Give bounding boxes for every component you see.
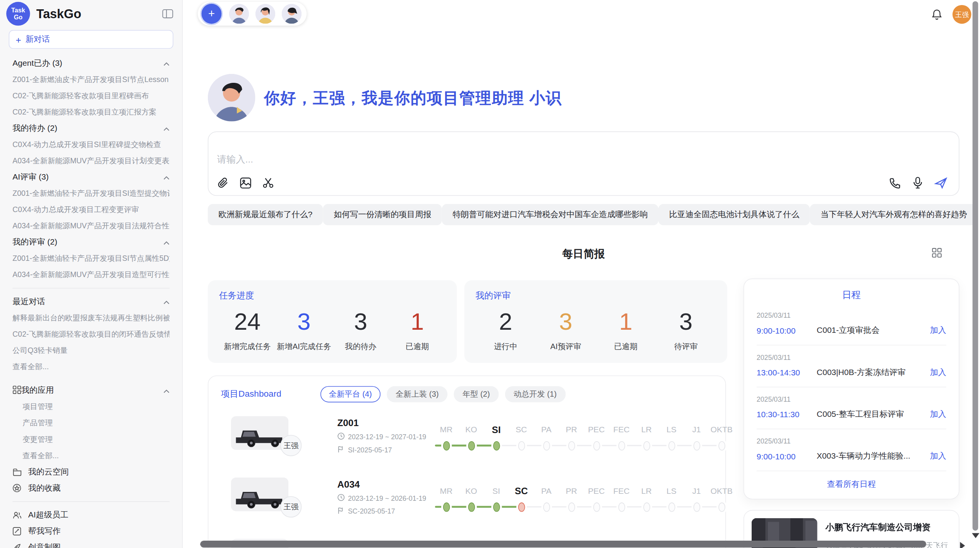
sidebar-item-help-me-write[interactable]: 帮我写作 [12, 523, 170, 539]
view-all-schedule-link[interactable]: 查看所有日程 [744, 471, 959, 499]
milestone-label: SI [484, 424, 509, 436]
agent-avatar-1[interactable] [229, 4, 249, 24]
recent-chat-item[interactable]: 查看全部... [12, 358, 170, 375]
sidebar-chat-item[interactable]: C0X4-动力总成开发项目SI里程碑提交物检查 [12, 136, 170, 152]
milestone-cell [584, 501, 609, 513]
chevron-up-icon[interactable] [163, 297, 170, 306]
help-me-write-label: 帮我写作 [28, 526, 61, 537]
milestone-label: PR [559, 485, 584, 497]
recent-chat-item[interactable]: C02-飞腾新能源轻客改款项目的闭环通告反馈情况 [12, 326, 170, 342]
stat-cell: 1已逾期 [598, 308, 654, 353]
sidebar-item-ai-super-staff[interactable]: AI超级员工 [12, 507, 170, 523]
chevron-up-icon[interactable] [163, 58, 170, 68]
agent-avatar-3[interactable] [282, 4, 302, 24]
chevron-up-icon[interactable] [163, 386, 170, 395]
milestone-cell [559, 439, 584, 452]
project-row[interactable]: 王强A0342023-12-19 ~ 2026-01-19SC-2025-05-… [208, 466, 725, 527]
milestone-label: LR [634, 485, 659, 497]
sidebar-section-header[interactable]: 我的待办 (2) [12, 120, 170, 136]
sidebar-section-header[interactable]: Agent已办 (3) [12, 55, 170, 71]
sidebar-section-header[interactable]: AI评审 (3) [12, 169, 170, 185]
dashboard-tab[interactable]: 年型 (2) [454, 386, 499, 402]
recent-chat-item[interactable]: 解释最新出台的欧盟报废车法规再生塑料比例被调至15%... [12, 310, 170, 326]
milestone-dot [693, 441, 700, 450]
microphone-icon[interactable] [912, 176, 923, 189]
dashboard-tab[interactable]: 全新平台 (4) [320, 386, 380, 402]
join-button[interactable]: 加入 [930, 450, 946, 462]
ai-super-staff-label: AI超级员工 [28, 509, 69, 521]
sidebar-item-favorites[interactable]: 我的收藏 [12, 480, 170, 496]
milestone-cell [484, 439, 509, 452]
stat-cell: 3AI预评审 [538, 308, 594, 353]
dashboard-header: 项目Dashboard 全新平台 (4)全新上装 (3)年型 (2)动总开发 (… [208, 376, 725, 405]
schedule-row: 9:00-10:00X003-车辆动力学性能验...加入 [757, 450, 946, 462]
project-row[interactable]: 王强Z0012023-12-19 ~ 2027-01-19SI-2025-05-… [208, 405, 725, 466]
chevron-up-icon[interactable] [163, 238, 170, 247]
dashboard-tab[interactable]: 动总开发 (1) [505, 386, 565, 402]
scroll-down-arrow[interactable] [972, 533, 979, 538]
suggestion-chip[interactable]: 欧洲新规最近颁布了什么? [208, 204, 323, 225]
add-agent-button[interactable]: + [200, 2, 223, 25]
stat-label: 已逾期 [389, 342, 445, 352]
suggestion-chip[interactable]: 如何写一份清晰的项目周报 [323, 204, 442, 225]
horizontal-scrollbar[interactable] [200, 541, 926, 548]
my-apps-item[interactable]: 查看全部... [12, 447, 170, 464]
project-dashboard-card: 项目Dashboard 全新平台 (4)全新上装 (3)年型 (2)动总开发 (… [208, 375, 726, 548]
join-button[interactable]: 加入 [930, 325, 946, 336]
sidebar-chat-item[interactable]: C0X4-动力总成开发项目工程变更评审 [12, 202, 170, 218]
milestone-cell [459, 439, 484, 452]
suggestion-chip[interactable]: 比亚迪全固态电池计划具体说了什么 [658, 204, 810, 225]
dashboard-tab[interactable]: 全新上装 (3) [387, 386, 447, 402]
sidebar-section-header[interactable]: 我的评审 (2) [12, 234, 170, 250]
my-apps-item[interactable]: 项目管理 [12, 399, 170, 415]
chevron-up-icon[interactable] [163, 172, 170, 182]
sidebar-chat-item[interactable]: Z001-全新燃油轻卡产品开发项目SI节点属性5D文件评审 [12, 250, 170, 267]
chevron-up-icon[interactable] [163, 123, 170, 133]
my-apps-item[interactable]: 产品管理 [12, 415, 170, 431]
my-apps-item[interactable]: 变更管理 [12, 431, 170, 447]
sidebar-scroll-area[interactable]: Agent已办 (3)Z001-全新燃油皮卡产品开发项目SI节点Lesson L… [0, 53, 182, 548]
milestone-cell [659, 439, 684, 452]
sidebar-chat-item[interactable]: A034-全新新能源MUV产品开发项目计划变更表编写 [12, 153, 170, 169]
sidebar-chat-item[interactable]: A034-全新新能源MUV产品开发项目造型可行性评审 [12, 267, 170, 283]
attachment-icon[interactable] [217, 177, 229, 189]
chat-input[interactable] [216, 153, 594, 165]
sidebar-item-my-apps[interactable]: 我的应用 [12, 382, 170, 399]
new-chat-button[interactable]: + 新对话 [9, 30, 173, 49]
recent-chat-item[interactable]: 公司Q3轻卡销量 [12, 342, 170, 358]
my-apps-label: 我的应用 [21, 385, 163, 396]
sidebar-chat-item[interactable]: C02-飞腾新能源轻客改款项目里程碑画布 [12, 87, 170, 104]
sidebar-item-creative-drawing[interactable]: 创意制图 [12, 539, 170, 548]
user-avatar[interactable]: 王强 [953, 5, 971, 24]
sidebar-item-cloud-space[interactable]: 我的云空间 [12, 464, 170, 480]
send-icon[interactable] [934, 177, 947, 189]
project-flag-row: SC-2025-05-17 [338, 507, 434, 516]
milestone-label: PR [559, 424, 584, 436]
suggestion-chip[interactable]: 特朗普可能对进口汽车增税会对中国车企造成哪些影响 [442, 204, 658, 225]
sidebar-chat-item[interactable]: Z001-全新燃油皮卡产品开发项目SI节点Lesson Learn报告 [12, 71, 170, 87]
milestone-label: OKTB [709, 424, 734, 436]
sidebar-header: Task Go TaskGo [0, 0, 182, 27]
scroll-right-arrow[interactable] [960, 542, 965, 548]
sidebar-chat-item[interactable]: C02-飞腾新能源轻客改款项目立项汇报方案 [12, 104, 170, 120]
milestone-dots [434, 501, 734, 513]
milestone-dot [568, 502, 575, 512]
phone-call-icon[interactable] [889, 177, 901, 189]
suggestion-chip[interactable]: 当下年轻人对汽车外观有怎样的喜好趋势 [810, 204, 978, 225]
agent-avatar-2[interactable] [255, 4, 276, 24]
join-button[interactable]: 加入 [930, 409, 946, 420]
sidebar-chat-item[interactable]: A034-全新新能源MUV产品开发项目法规符合性评审 [12, 218, 170, 234]
collapse-sidebar-icon[interactable] [162, 9, 173, 19]
schedule-name: X003-车辆动力学性能验... [817, 450, 930, 462]
sidebar-chat-item[interactable]: Z001-全新燃油轻卡产品开发项目SI造型提交物评审 [12, 185, 170, 202]
join-button[interactable]: 加入 [930, 367, 946, 378]
layout-grid-icon[interactable] [932, 248, 942, 260]
sidebar-section-header-recent[interactable]: 最近对话 [12, 293, 170, 310]
vertical-scrollbar[interactable] [973, 1, 978, 531]
notification-bell-icon[interactable] [931, 9, 942, 21]
schedule-row: 9:00-10:00C001-立项审批会加入 [757, 325, 946, 336]
logo-text-bottom: Go [14, 14, 22, 21]
scissors-icon[interactable] [262, 177, 274, 189]
stat-value: 24 [219, 308, 276, 336]
image-icon[interactable] [240, 177, 252, 189]
